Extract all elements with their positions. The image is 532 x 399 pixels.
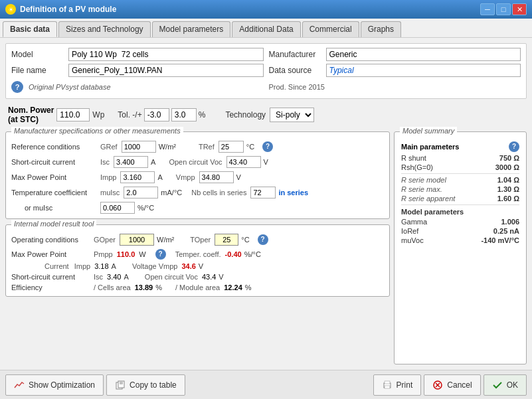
or-label: or muIsc [11,204,98,212]
cells-label: Nb cells in series [191,189,246,197]
manufacturer-specs-group: Manufacturer specifications or other mea… [5,131,390,219]
manufacturer-input[interactable] [326,48,521,61]
internal-model-title: Internal model result tool [11,220,96,228]
manufacturer-specs-title: Manufacturer specifications or other mea… [11,127,183,135]
impp2-value: 3.18 [94,262,108,270]
goper-unit: W/m² [157,236,174,244]
tab-bar: Basic data Sizes and Technology Model pa… [0,19,532,38]
minimize-button[interactable]: ─ [480,3,495,15]
isc-unit: A [151,158,155,166]
tab-model-parameters[interactable]: Model parameters [152,21,231,37]
title-bar: ☀ Definition of a PV module ─ □ ✕ [0,0,532,19]
help-button-top[interactable]: ? [11,81,23,93]
voc2-label: Open circuit Voc [145,273,198,281]
technology-label: Technology [225,110,266,120]
help-btn-model[interactable]: ? [509,141,519,152]
print-button[interactable]: Print [373,374,422,396]
cells-input[interactable] [250,187,276,199]
tref-name: TRef [199,143,215,151]
impp-input[interactable] [120,171,155,183]
rserie-value: 1.04 Ω [497,176,519,184]
ref-conditions-label: Reference conditions [11,143,98,151]
voc2-unit: V [219,273,223,281]
tref-input[interactable] [219,141,244,153]
show-optimization-button[interactable]: Show Optimization [5,374,104,396]
vmpp-unit: V [236,173,241,181]
rsh-g0-label: Rsh(G=0) [401,163,433,171]
goper-input[interactable] [120,234,154,246]
app-icon: ☀ [5,4,16,15]
cells-area-label: / Cells area [94,283,131,291]
datasource-input[interactable] [326,64,521,77]
cancel-button[interactable]: Cancel [424,374,480,396]
impp-name: Impp [100,173,116,181]
rserie-max-label: R serie max. [401,185,442,193]
help-btn-pmpp[interactable]: ? [155,249,166,260]
isc-input[interactable] [114,156,148,168]
tol-plus-input[interactable] [171,108,197,121]
muisc-unit: mA/°C [161,189,182,197]
tol-minus-input[interactable] [144,108,169,121]
goper-name: GOper [94,236,116,244]
rserie-max-value: 1.30 Ω [497,185,519,193]
help-text: Original PVsyst database [29,83,111,91]
ioref-value: 0.25 nA [493,227,519,235]
copy-table-icon [115,380,126,390]
temp-coeff-unit: %/°C [244,250,261,258]
svg-rect-6 [385,381,390,384]
technology-select[interactable]: Si-poly [270,108,314,122]
cancel-icon [432,380,443,390]
nom-power-input[interactable] [56,108,90,121]
toper-input[interactable] [215,234,238,246]
tab-commercial[interactable]: Commercial [302,21,359,37]
cells-area-unit: % [155,283,162,291]
tref-unit: °C [246,143,254,151]
toper-unit: °C [241,236,249,244]
muVoc-value: -140 mV/°C [481,236,519,244]
top-info-panel: Model Manufacturer File name Data source… [5,43,527,99]
pmpp-unit: W [139,250,145,258]
isc2-name: Isc [94,273,103,281]
isc2-unit: A [124,273,128,281]
rsh-g0-value: 3000 Ω [495,163,519,171]
voc-input[interactable] [226,156,261,168]
isc2-label: Short-circuit current [11,273,91,281]
model-input[interactable] [68,48,264,61]
voc2-value: 43.4 [202,273,216,281]
temp-coeff-value: -0.40 [225,250,242,258]
muisc-label: Temperature coefficient [11,189,98,197]
svg-rect-5 [385,386,390,388]
close-button[interactable]: ✕ [512,3,527,15]
print-icon [382,380,393,390]
help-btn-internal[interactable]: ? [258,234,268,245]
muisc-input[interactable] [124,187,158,199]
impp2-unit: A [112,262,116,270]
svg-rect-1 [118,381,124,388]
title-buttons: ─ □ ✕ [480,3,527,15]
muisc-name: muIsc [100,189,120,197]
filename-input[interactable] [68,64,264,77]
rshunt-label: R shunt [401,154,426,162]
help-btn-ref[interactable]: ? [262,141,273,152]
tab-basic-data[interactable]: Basic data [3,21,57,37]
muisc2-input[interactable] [100,202,135,214]
tab-additional-data[interactable]: Additional Data [232,21,300,37]
impp-unit: A [157,173,162,181]
temp-coeff-label: Temper. coeff. [175,250,221,258]
muisc2-unit: %/°C [137,204,154,212]
eff-label: Efficiency [11,283,91,291]
tab-sizes-technology[interactable]: Sizes and Technology [58,21,151,37]
rserie-label: R serie model [401,176,446,184]
gamma-value: 1.006 [501,218,519,226]
copy-table-button[interactable]: Copy to table [106,374,185,396]
main-params-title: Main parameters [401,143,459,151]
isc2-value: 3.40 [107,273,121,281]
tab-graphs[interactable]: Graphs [361,21,401,37]
in-series-label: in series [278,189,308,197]
internal-model-group: Internal model result tool Operating con… [5,224,390,297]
ok-button[interactable]: OK [484,374,527,396]
vmpp-input[interactable] [199,171,234,183]
gref-input[interactable] [122,141,156,153]
maximize-button[interactable]: □ [496,3,511,15]
nom-power-label: Nom. Power (at STC) [8,106,54,125]
